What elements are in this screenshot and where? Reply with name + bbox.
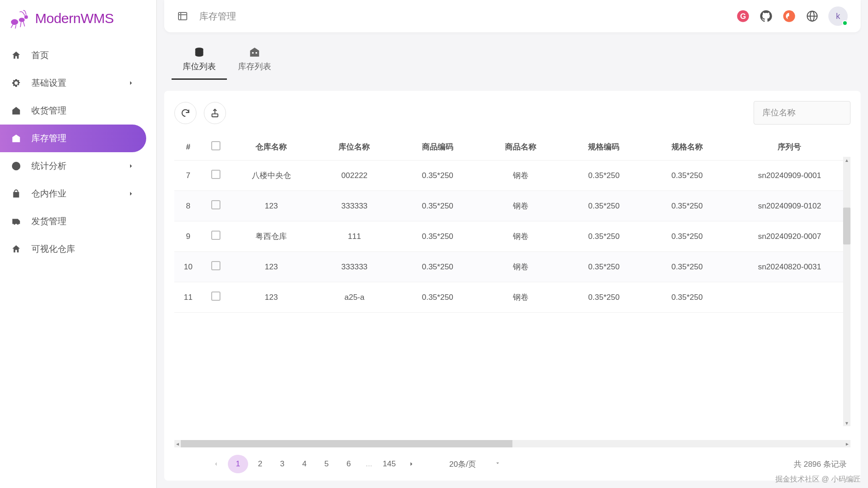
building-icon: [249, 46, 261, 58]
nav-item-6[interactable]: 发货管理: [0, 208, 146, 235]
cell: [202, 161, 230, 191]
cell: 123: [230, 191, 313, 221]
page-button-3[interactable]: 3: [272, 455, 292, 473]
nav-item-5[interactable]: 仓内作业: [0, 180, 146, 208]
cell: 0.35*250: [646, 161, 729, 191]
cell: 钢卷: [479, 252, 562, 282]
nav-label: 可视化仓库: [31, 243, 75, 255]
svg-point-0: [11, 19, 18, 25]
page-button-1[interactable]: 1: [228, 455, 248, 473]
cell: 0.35*250: [562, 252, 645, 282]
watermark: 掘金技术社区 @ 小码编匠: [775, 475, 861, 484]
cell: 8: [174, 191, 202, 221]
hscroll-thumb[interactable]: [181, 440, 512, 447]
cell: 123: [230, 282, 313, 313]
chevron-down-icon: [494, 459, 501, 469]
cell: [729, 282, 850, 313]
table-row[interactable]: 101233333330.35*250钢卷0.35*2500.35*250sn2…: [174, 252, 850, 282]
nav-label: 统计分析: [31, 160, 66, 172]
table-row[interactable]: 81233333330.35*250钢卷0.35*2500.35*250sn20…: [174, 191, 850, 221]
chevron-right-icon: [127, 79, 135, 87]
sidebar: ModernWMS 首页基础设置收货管理库存管理统计分析仓内作业发货管理可视化仓…: [0, 0, 157, 488]
nav-label: 仓内作业: [31, 188, 66, 200]
app-name: ModernWMS: [35, 11, 114, 26]
vertical-scrollbar[interactable]: ▲ ▼: [843, 157, 850, 426]
stack-icon: [193, 46, 205, 58]
topbar: 库存管理 G k: [164, 0, 861, 32]
row-checkbox[interactable]: [211, 261, 220, 270]
page-button-6[interactable]: 6: [339, 455, 359, 473]
scroll-up-icon[interactable]: ▲: [843, 157, 850, 163]
tab-1[interactable]: 库存列表: [227, 46, 282, 80]
scroll-down-icon[interactable]: ▼: [843, 420, 850, 426]
github-icon[interactable]: [759, 9, 773, 23]
export-button[interactable]: [204, 102, 226, 124]
page-prev-button[interactable]: [206, 455, 226, 473]
outbound-icon: [11, 216, 21, 226]
scroll-left-icon[interactable]: ◄: [174, 441, 181, 446]
page-next-button[interactable]: [401, 455, 422, 473]
row-checkbox[interactable]: [211, 292, 220, 301]
avatar[interactable]: k: [828, 6, 848, 26]
nav-item-1[interactable]: 基础设置: [0, 69, 146, 97]
horizontal-scrollbar[interactable]: ◄ ►: [174, 440, 850, 447]
globe-icon[interactable]: [805, 9, 819, 23]
cell: 钢卷: [479, 282, 562, 313]
table-row[interactable]: 9粤西仓库1110.35*250钢卷0.35*2500.35*250sn2024…: [174, 221, 850, 252]
content-card: #仓库名称库位名称商品编码商品名称规格编码规格名称序列号 7八楼中央仓00222…: [164, 91, 861, 481]
search-input[interactable]: [754, 101, 850, 125]
brand-icon[interactable]: [782, 9, 796, 23]
svg-point-2: [24, 15, 28, 19]
cell: 0.35*250: [562, 221, 645, 252]
inbound-icon: [11, 106, 21, 116]
cell: 0.35*250: [562, 161, 645, 191]
cell: 333333: [313, 252, 396, 282]
nav-label: 库存管理: [31, 132, 66, 144]
cell: 0.35*250: [396, 252, 479, 282]
svg-text:G: G: [740, 12, 746, 20]
table-row[interactable]: 11123a25-a0.35*250钢卷0.35*2500.35*250: [174, 282, 850, 313]
task-icon: [11, 189, 21, 199]
svg-rect-7: [178, 12, 187, 20]
page-button-5[interactable]: 5: [316, 455, 337, 473]
col-header-5: 商品名称: [479, 134, 562, 161]
page-button-4[interactable]: 4: [294, 455, 315, 473]
menu-icon[interactable]: [177, 11, 188, 22]
page-size-select[interactable]: 20条/页: [449, 459, 501, 470]
nav-item-0[interactable]: 首页: [0, 42, 146, 69]
cell: 11: [174, 282, 202, 313]
gitee-icon[interactable]: G: [736, 9, 750, 23]
col-header-2: 仓库名称: [230, 134, 313, 161]
refresh-button[interactable]: [174, 102, 196, 124]
select-all-checkbox[interactable]: [211, 141, 220, 150]
scroll-right-icon[interactable]: ►: [844, 441, 850, 446]
nav-item-2[interactable]: 收货管理: [0, 97, 146, 125]
row-checkbox[interactable]: [211, 200, 220, 209]
tab-label: 库位列表: [183, 61, 216, 72]
logo[interactable]: ModernWMS: [0, 0, 156, 37]
inventory-table: #仓库名称库位名称商品编码商品名称规格编码规格名称序列号 7八楼中央仓00222…: [174, 134, 850, 313]
nav-item-3[interactable]: 库存管理: [0, 125, 146, 152]
nav-item-7[interactable]: 可视化仓库: [0, 235, 146, 263]
nav-item-4[interactable]: 统计分析: [0, 152, 146, 180]
nav: 首页基础设置收货管理库存管理统计分析仓内作业发货管理可视化仓库: [0, 37, 156, 268]
page-button-2[interactable]: 2: [250, 455, 270, 473]
cell: 粤西仓库: [230, 221, 313, 252]
cell: 0.35*250: [396, 282, 479, 313]
table-scroll[interactable]: #仓库名称库位名称商品编码商品名称规格编码规格名称序列号 7八楼中央仓00222…: [174, 134, 850, 440]
vscroll-thumb[interactable]: [843, 208, 850, 244]
table-row[interactable]: 7八楼中央仓0022220.35*250钢卷0.35*2500.35*250sn…: [174, 161, 850, 191]
nav-label: 发货管理: [31, 215, 66, 227]
svg-rect-19: [212, 113, 218, 116]
svg-rect-18: [256, 52, 257, 54]
cell: 0.35*250: [646, 252, 729, 282]
toolbar: [174, 101, 850, 125]
page-size-label: 20条/页: [449, 459, 476, 470]
page-button-last[interactable]: 145: [379, 455, 399, 473]
nav-label: 收货管理: [31, 105, 66, 117]
row-checkbox[interactable]: [211, 231, 220, 240]
col-header-7: 规格名称: [646, 134, 729, 161]
cell: 123: [230, 252, 313, 282]
tab-0[interactable]: 库位列表: [172, 46, 227, 80]
row-checkbox[interactable]: [211, 170, 220, 179]
